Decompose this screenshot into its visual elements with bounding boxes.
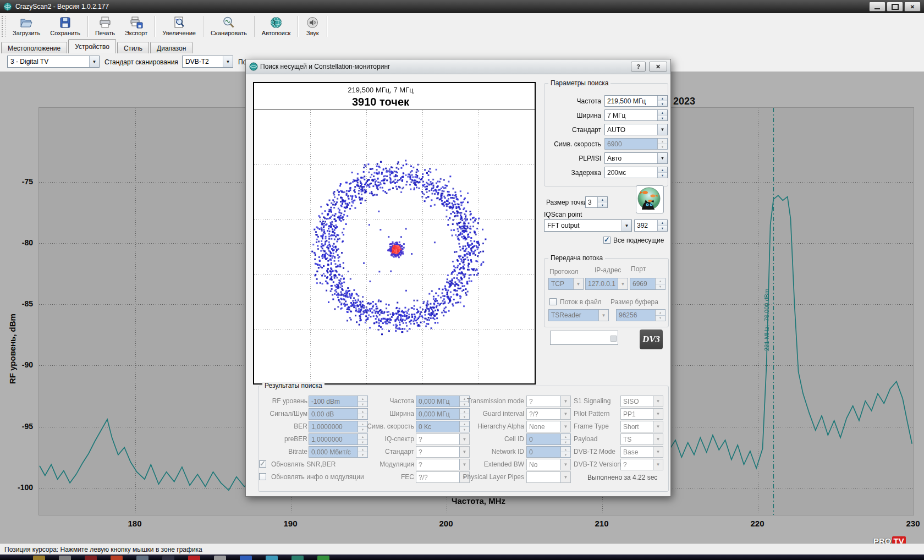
combo-arrow-icon[interactable]: ▼ <box>223 56 233 67</box>
save-button-label: Сохранить <box>50 30 80 36</box>
spinner-buttons: ▲▼ <box>560 434 570 444</box>
combo-arrow-icon[interactable]: ▼ <box>657 153 667 163</box>
combo-arrow-icon: ▼ <box>560 459 570 470</box>
speaker-icon <box>305 16 320 30</box>
taskbar-icon[interactable] <box>111 556 123 560</box>
taskbar-icon[interactable] <box>162 556 174 560</box>
taskbar-icon[interactable] <box>317 556 329 560</box>
taskbar-icon[interactable] <box>33 556 45 560</box>
export-button[interactable]: Экспорт <box>120 14 152 39</box>
param-field-width[interactable]: 7 МГц▲▼ <box>604 109 668 121</box>
spinner-buttons[interactable]: ▲▼ <box>597 197 607 207</box>
result-label-frequency: Частота <box>359 397 414 405</box>
field-value: 200мс <box>605 167 657 178</box>
param-field-delay[interactable]: 200мс▲▼ <box>604 167 668 178</box>
close-button[interactable]: ✕ <box>904 2 921 12</box>
taskbar[interactable] <box>0 554 924 560</box>
empty-text-field[interactable] <box>550 331 618 345</box>
tab-диапазон[interactable]: Диапазон <box>150 42 193 54</box>
result-label-fec: FEC <box>359 473 414 481</box>
spinner-buttons[interactable]: ▲▼ <box>657 220 667 231</box>
iqscan-point-select[interactable]: FFT output ▼ <box>544 219 632 232</box>
taskbar-icon[interactable] <box>214 556 226 560</box>
ip-label: IP-адрес <box>595 266 621 274</box>
spinner-buttons[interactable]: ▲▼ <box>657 110 667 120</box>
param-label-plp-isi: PLP/ISI <box>546 155 601 162</box>
spinner-buttons[interactable]: ▲▼ <box>657 167 667 178</box>
iqscan-point-label: IQScan point <box>544 211 582 218</box>
iqscan-value-stepper[interactable]: 392 ▲▼ <box>634 219 668 232</box>
field-value: ?/? <box>527 409 560 419</box>
field-value: 0 Кс <box>416 421 459 432</box>
spin-down-icon[interactable]: ▼ <box>658 172 667 178</box>
field-value: 219,500 МГц <box>605 96 657 106</box>
save-button[interactable]: Сохранить <box>46 14 85 39</box>
result-field-dvbt2-version: ?▼ <box>620 459 663 470</box>
result-label-dvbt2-version: DVB-T2 Version <box>574 460 620 468</box>
print-button[interactable]: Печать <box>91 14 119 39</box>
sound-button-label: Звук <box>306 30 319 36</box>
spin-down-icon[interactable]: ▼ <box>658 115 667 120</box>
field-value: No <box>527 459 560 470</box>
combo-arrow-icon[interactable]: ▼ <box>622 220 631 231</box>
group-title: Передача потока <box>548 254 605 262</box>
dialog-close-button[interactable]: ✕ <box>649 62 667 72</box>
taskbar-icon[interactable] <box>188 556 200 560</box>
param-label-standard: Стандарт <box>546 126 601 134</box>
param-field-plp-isi[interactable]: Авто▼ <box>604 152 668 164</box>
maximize-button[interactable] <box>887 2 903 12</box>
spin-down-icon[interactable]: ▼ <box>658 101 667 106</box>
update-modulation-info-checkbox[interactable] <box>259 473 266 480</box>
toolbar-separator <box>327 16 327 37</box>
autosearch-button[interactable]: Автопоиск <box>257 14 295 39</box>
combo-arrow-icon[interactable]: ▼ <box>657 124 667 135</box>
all-subcarriers-checkbox[interactable] <box>603 237 610 244</box>
field-value: ? <box>416 434 459 444</box>
taskbar-icon[interactable] <box>59 556 71 560</box>
field-value: AUTO <box>605 124 657 135</box>
spin-up-icon[interactable]: ▲ <box>658 110 667 115</box>
spin-up-icon: ▲ <box>561 447 570 452</box>
combo-arrow-icon: ▼ <box>573 278 583 289</box>
print-button-label: Печать <box>95 30 115 36</box>
minimize-button[interactable] <box>869 2 886 12</box>
zoom-button[interactable]: Увеличение <box>158 14 200 39</box>
y-tick-label: -100 <box>8 483 33 492</box>
help-button[interactable]: ? <box>631 62 646 72</box>
spinner-buttons: ▲▼ <box>560 447 570 457</box>
taskbar-icon[interactable] <box>266 556 278 560</box>
group-title: Результаты поиска <box>262 382 324 389</box>
point-size-stepper[interactable]: 3 ▲▼ <box>585 196 608 208</box>
spin-up-icon[interactable]: ▲ <box>658 96 667 101</box>
taskbar-icon[interactable] <box>292 556 304 560</box>
scan-button[interactable]: Сканировать <box>206 14 251 39</box>
buffer-size-label: Размер буфера <box>610 298 658 306</box>
spinner-buttons[interactable]: ▲▼ <box>657 96 667 106</box>
field-grip-icon <box>610 336 617 342</box>
aquarium-logo-button[interactable] <box>636 185 664 213</box>
result-label-standard: Стандарт <box>359 448 414 455</box>
load-button[interactable]: Загрузить <box>8 14 45 39</box>
spin-up-icon: ▲ <box>598 197 607 202</box>
taskbar-icon[interactable] <box>240 556 252 560</box>
tab-местоположение[interactable]: Местоположение <box>1 42 67 54</box>
spin-down-icon: ▼ <box>658 144 667 149</box>
stream-to-file-checkbox[interactable] <box>549 298 557 305</box>
zoom-button-label: Увеличение <box>162 30 196 36</box>
tab-устройство[interactable]: Устройство <box>68 39 116 53</box>
taskbar-icon[interactable] <box>85 556 97 560</box>
param-field-standard[interactable]: AUTO▼ <box>604 124 668 135</box>
sound-button[interactable]: Звук <box>301 14 324 39</box>
param-field-frequency[interactable]: 219,500 МГц▲▼ <box>604 95 668 107</box>
spin-up-icon[interactable]: ▲ <box>658 167 667 172</box>
protocol-select: TCP ▼ <box>548 278 584 290</box>
spin-down-icon: ▼ <box>598 202 607 207</box>
result-field-guard-interval: ?/?▼ <box>526 408 571 420</box>
scan-standard-select[interactable]: DVB-T2 ▼ <box>182 56 233 68</box>
param-field-symbol-rate: 6900▲▼ <box>604 138 668 150</box>
device-select[interactable]: 3 - Digital TV ▼ <box>7 56 100 68</box>
tab-стиль[interactable]: Стиль <box>117 42 149 54</box>
taskbar-icon[interactable] <box>136 556 148 560</box>
toolbar-grip[interactable] <box>2 16 6 37</box>
combo-arrow-icon[interactable]: ▼ <box>89 56 99 67</box>
